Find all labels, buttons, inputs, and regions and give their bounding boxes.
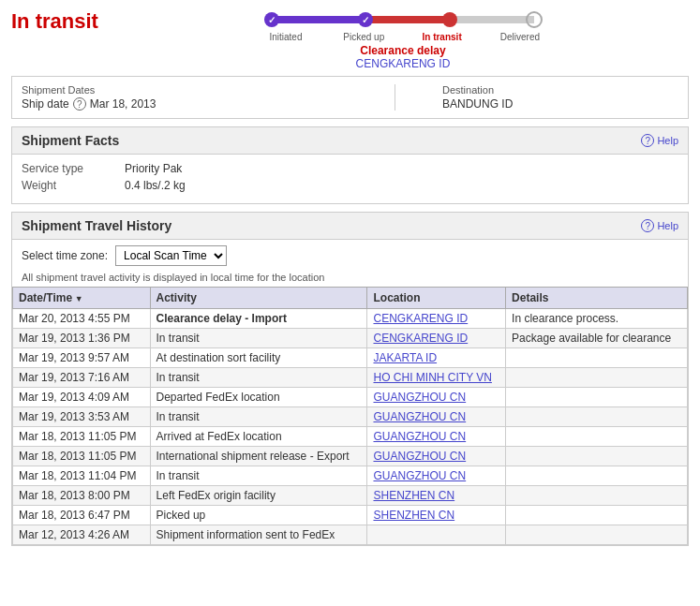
table-row: Mar 19, 2013 1:36 PMIn transitCENGKARENG… [13, 329, 688, 348]
service-type-label: Service type [22, 162, 115, 175]
weight-label: Weight [22, 179, 115, 192]
cell-location[interactable]: SHENZHEN CN [367, 486, 506, 506]
svg-text:✓: ✓ [268, 15, 276, 25]
destination-label: Destination [442, 84, 678, 96]
clearance-location: CENGKARENG ID [356, 57, 451, 70]
cell-activity: At destination sort facility [150, 348, 367, 368]
cell-details [506, 486, 688, 506]
header-section: In transit ✓ ✓ Initiated [11, 9, 689, 70]
cell-datetime: Mar 19, 2013 7:16 AM [13, 368, 151, 388]
cell-activity: Departed FedEx location [150, 388, 367, 407]
main-container: In transit ✓ ✓ Initiated [0, 0, 700, 563]
col-activity: Activity [150, 288, 367, 309]
cell-activity: International shipment release - Export [150, 447, 367, 466]
shipment-facts-help-label: Help [657, 135, 678, 146]
dates-row: Shipment Dates Ship date ? Mar 18, 2013 … [22, 84, 678, 111]
step-pickedup: Picked up [331, 32, 396, 42]
cell-activity: In transit [150, 368, 367, 388]
cell-details [506, 466, 688, 486]
cell-location[interactable]: GUANGZHOU CN [367, 466, 506, 486]
table-row: Mar 12, 2013 4:26 AMShipment information… [13, 525, 688, 545]
progress-tracker: ✓ ✓ [253, 9, 553, 30]
travel-note: All shipment travel activity is displaye… [12, 272, 688, 287]
cell-datetime: Mar 18, 2013 11:05 PM [13, 427, 151, 447]
cell-location[interactable]: GUANGZHOU CN [367, 407, 506, 427]
cell-location[interactable]: GUANGZHOU CN [367, 427, 506, 447]
dates-section-label: Shipment Dates [22, 84, 376, 96]
cell-activity: Left FedEx origin facility [150, 486, 367, 506]
cell-activity: In transit [150, 329, 367, 348]
cell-datetime: Mar 19, 2013 3:53 AM [13, 407, 151, 427]
step-intransit: In transit [410, 32, 475, 42]
cell-details: Package available for clearance [506, 329, 688, 348]
step-initiated: Initiated [253, 32, 319, 42]
facts-row-weight: Weight 0.4 lbs/.2 kg [22, 179, 678, 192]
col-datetime[interactable]: Date/Time [13, 288, 151, 309]
travel-history-help-link[interactable]: ? Help [641, 219, 678, 232]
cell-location[interactable]: GUANGZHOU CN [367, 447, 506, 466]
col-location: Location [367, 288, 506, 309]
table-row: Mar 18, 2013 11:05 PMArrived at FedEx lo… [13, 427, 688, 447]
progress-section: ✓ ✓ Initiated Picked up In transit Deliv… [117, 9, 689, 70]
cell-datetime: Mar 20, 2013 4:55 PM [13, 309, 151, 329]
cell-location [367, 525, 506, 545]
cell-details [506, 348, 688, 368]
cell-datetime: Mar 19, 2013 4:09 AM [13, 388, 151, 407]
cell-location[interactable]: GUANGZHOU CN [367, 388, 506, 407]
cell-details [506, 427, 688, 447]
table-row: Mar 19, 2013 4:09 AMDeparted FedEx locat… [13, 388, 688, 407]
travel-table: Date/Time Activity Location Details Mar … [12, 287, 688, 545]
cell-activity: Clearance delay - Import [150, 309, 367, 329]
help-circle-icon: ? [641, 134, 654, 147]
cell-details [506, 506, 688, 525]
facts-row-service: Service type Priority Pak [22, 162, 678, 175]
cell-location[interactable]: JAKARTA ID [367, 348, 506, 368]
shipment-facts-help-link[interactable]: ? Help [641, 134, 678, 147]
help-circle-icon2: ? [641, 219, 654, 232]
shipment-facts-box: Shipment Facts ? Help Service type Prior… [11, 126, 689, 204]
progress-labels: Initiated Picked up In transit Delivered [253, 32, 553, 42]
cell-details [506, 525, 688, 545]
cell-details [506, 368, 688, 388]
timezone-label: Select time zone: [22, 249, 108, 262]
cell-location[interactable]: SHENZHEN CN [367, 506, 506, 525]
table-row: Mar 19, 2013 7:16 AMIn transitHO CHI MIN… [13, 368, 688, 388]
ship-date-value: Mar 18, 2013 [90, 97, 156, 111]
clearance-delay-label: Clearance delay [356, 44, 451, 57]
cell-location[interactable]: HO CHI MINH CITY VN [367, 368, 506, 388]
cell-activity: Shipment information sent to FedEx [150, 525, 367, 545]
travel-history-title: Shipment Travel History [22, 218, 171, 233]
cell-datetime: Mar 18, 2013 11:05 PM [13, 447, 151, 466]
service-type-value: Priority Pak [125, 162, 182, 175]
svg-point-5 [442, 12, 457, 27]
cell-datetime: Mar 18, 2013 6:47 PM [13, 506, 151, 525]
shipment-facts-title: Shipment Facts [22, 133, 119, 148]
dates-col-dest: Destination BANDUNG ID [433, 84, 678, 111]
table-row: Mar 18, 2013 6:47 PMPicked upSHENZHEN CN [13, 506, 688, 525]
col-details: Details [506, 288, 688, 309]
cell-activity: Arrived at FedEx location [150, 427, 367, 447]
cell-details [506, 407, 688, 427]
weight-value: 0.4 lbs/.2 kg [125, 179, 186, 192]
timezone-row: Select time zone: Local Scan Time UTC US… [12, 240, 688, 272]
table-row: Mar 18, 2013 11:05 PMInternational shipm… [13, 447, 688, 466]
cell-location[interactable]: CENGKARENG ID [367, 329, 506, 348]
ship-date-help-icon[interactable]: ? [73, 97, 86, 111]
travel-history-header: Shipment Travel History ? Help [12, 213, 688, 240]
step-delivered: Delivered [487, 32, 553, 42]
clearance-info: Clearance delay CENGKARENG ID [356, 44, 451, 70]
destination-value: BANDUNG ID [442, 97, 678, 111]
cell-datetime: Mar 18, 2013 11:04 PM [13, 466, 151, 486]
cell-details: In clearance process. [506, 309, 688, 329]
cell-location[interactable]: CENGKARENG ID [367, 309, 506, 329]
cell-datetime: Mar 18, 2013 8:00 PM [13, 486, 151, 506]
cell-datetime: Mar 19, 2013 9:57 AM [13, 348, 151, 368]
timezone-select[interactable]: Local Scan Time UTC US Eastern [115, 245, 227, 266]
dates-col-ship: Shipment Dates Ship date ? Mar 18, 2013 [22, 84, 395, 111]
table-row: Mar 20, 2013 4:55 PMClearance delay - Im… [13, 309, 688, 329]
ship-date-row: Ship date ? Mar 18, 2013 [22, 97, 376, 111]
table-row: Mar 18, 2013 11:04 PMIn transitGUANGZHOU… [13, 466, 688, 486]
travel-history-help-label: Help [657, 220, 678, 231]
cell-activity: In transit [150, 466, 367, 486]
cell-datetime: Mar 19, 2013 1:36 PM [13, 329, 151, 348]
